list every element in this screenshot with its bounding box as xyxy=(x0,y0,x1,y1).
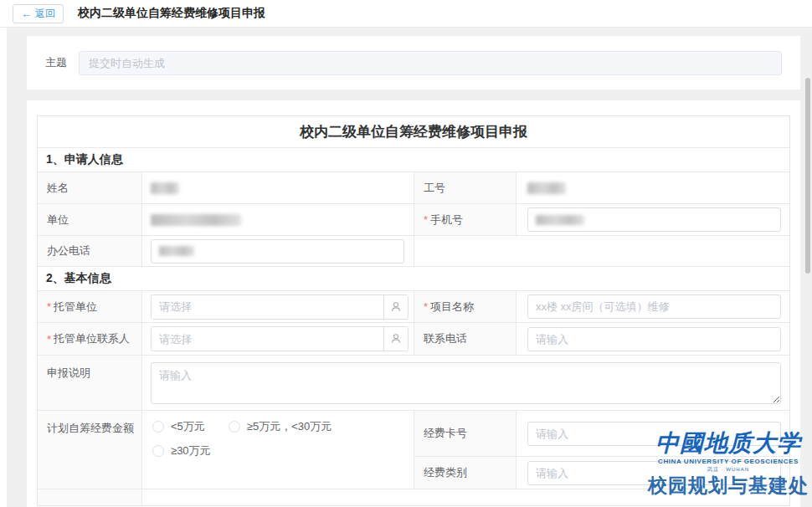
trustee-contact-input[interactable] xyxy=(152,327,383,351)
trustee-unit-value xyxy=(142,291,414,322)
user-icon xyxy=(390,333,402,345)
fund-card-no-input[interactable] xyxy=(527,422,781,446)
trustee-unit-input[interactable] xyxy=(152,295,383,319)
name-label: 姓名 xyxy=(38,172,142,203)
fund-card-no-value xyxy=(516,411,789,456)
required-marker: * xyxy=(47,333,51,346)
screen: ← 返回 校内二级单位自筹经费维修项目申报 主题 校内二级单位自筹经费维修项目申… xyxy=(0,0,812,507)
back-arrow-icon: ← xyxy=(21,8,32,19)
row-unit-mobile: 单位 * 手机号 xyxy=(38,203,789,235)
radio-option-5to30[interactable]: ≥5万元，<30万元 xyxy=(229,419,331,434)
required-marker: * xyxy=(424,213,428,226)
mobile-input[interactable] xyxy=(527,207,781,232)
unit-label: 单位 xyxy=(38,204,142,235)
project-name-label: * 项目名称 xyxy=(414,291,516,322)
trustee-contact-label: * 托管单位联系人 xyxy=(38,323,142,355)
office-phone-value xyxy=(142,236,414,266)
row-declaration-note: 申报说明 xyxy=(38,355,789,410)
project-name-value xyxy=(516,291,789,322)
row-trustee-contact-phone: * 托管单位联系人 联系电话 xyxy=(38,322,789,355)
employee-id-value xyxy=(516,172,789,203)
section2-title: 2、基本信息 xyxy=(46,271,111,286)
back-button-label: 返回 xyxy=(35,7,55,21)
clipped-label-cell xyxy=(38,489,142,505)
form-table: 校内二级单位自筹经费维修项目申报 1、申请人信息 姓名 工号 xyxy=(37,115,790,506)
trustee-contact-select[interactable] xyxy=(151,326,409,351)
declaration-note-value xyxy=(142,356,789,410)
contact-phone-input[interactable] xyxy=(527,327,781,351)
name-value xyxy=(142,172,414,203)
radio-option-gte30[interactable]: ≥30万元 xyxy=(152,443,211,458)
mobile-label: * 手机号 xyxy=(414,204,516,235)
redacted-office-phone-value xyxy=(159,246,194,256)
contact-phone-value xyxy=(516,323,789,355)
declaration-note-label: 申报说明 xyxy=(38,356,142,410)
row-fund-card-no: 经费卡号 xyxy=(414,411,789,457)
planned-amount-options: <5万元 ≥5万元，<30万元 ≥30万元 xyxy=(142,411,414,489)
radio-icon[interactable] xyxy=(152,421,164,433)
trustee-unit-select[interactable] xyxy=(151,294,409,320)
trustee-unit-label: * 托管单位 xyxy=(38,291,142,322)
subject-card: 主题 xyxy=(27,36,800,90)
form-card: 校内二级单位自筹经费维修项目申报 1、申请人信息 姓名 工号 xyxy=(27,100,800,507)
trustee-contact-value xyxy=(142,323,414,355)
back-button[interactable]: ← 返回 xyxy=(13,4,64,23)
unit-value xyxy=(142,204,414,235)
section1-title: 1、申请人信息 xyxy=(46,152,123,167)
row-trustee-project: * 托管单位 * xyxy=(38,290,789,322)
fund-card-no-label: 经费卡号 xyxy=(414,411,516,456)
fund-stack: 经费卡号 经费类别 xyxy=(414,411,789,489)
clipped-value-cell xyxy=(142,489,789,505)
section-basic-info: 2、基本信息 xyxy=(38,266,789,290)
redacted-name-value xyxy=(151,182,179,194)
office-phone-input[interactable] xyxy=(151,239,404,264)
row-fund-category: 经费类别 xyxy=(414,457,789,489)
mobile-value xyxy=(516,204,789,235)
row-office-phone: 办公电话 xyxy=(38,235,789,266)
radio-icon[interactable] xyxy=(152,445,164,457)
employee-id-label: 工号 xyxy=(414,172,516,203)
scrollbar-thumb[interactable] xyxy=(805,78,810,274)
form-title: 校内二级单位自筹经费维修项目申报 xyxy=(300,122,527,141)
redacted-unit-value xyxy=(151,214,241,226)
subject-input[interactable] xyxy=(79,51,782,75)
declaration-note-textarea[interactable] xyxy=(151,362,781,404)
subject-label: 主题 xyxy=(45,55,67,70)
required-marker: * xyxy=(47,300,51,313)
required-marker: * xyxy=(424,300,428,313)
office-phone-label: 办公电话 xyxy=(38,236,142,266)
radio-icon[interactable] xyxy=(229,421,240,433)
section-applicant-info: 1、申请人信息 xyxy=(38,147,789,172)
left-margin-strip xyxy=(0,28,7,507)
fund-category-label: 经费类别 xyxy=(414,457,516,489)
user-picker-button[interactable] xyxy=(383,327,408,351)
page-header: ← 返回 校内二级单位自筹经费维修项目申报 xyxy=(0,0,812,28)
redacted-employee-id-value xyxy=(527,182,566,194)
fund-category-value xyxy=(516,457,789,489)
contact-phone-label: 联系电话 xyxy=(414,323,516,355)
empty-cell xyxy=(414,236,789,266)
planned-amount-label: 计划自筹经费金额 xyxy=(38,411,142,489)
row-name-employee-id: 姓名 工号 xyxy=(38,172,789,203)
row-amount-fund: 计划自筹经费金额 <5万元 ≥5万元，<30万元 xyxy=(38,410,789,489)
redacted-mobile-value xyxy=(536,215,584,225)
user-picker-button[interactable] xyxy=(383,295,408,319)
user-icon xyxy=(390,301,402,313)
form-title-row: 校内二级单位自筹经费维修项目申报 xyxy=(38,116,789,147)
page-title: 校内二级单位自筹经费维修项目申报 xyxy=(78,6,265,21)
fund-category-input[interactable] xyxy=(527,461,781,485)
radio-option-lt5[interactable]: <5万元 xyxy=(152,419,205,434)
project-name-input[interactable] xyxy=(527,294,781,319)
row-next-clipped xyxy=(38,489,789,505)
